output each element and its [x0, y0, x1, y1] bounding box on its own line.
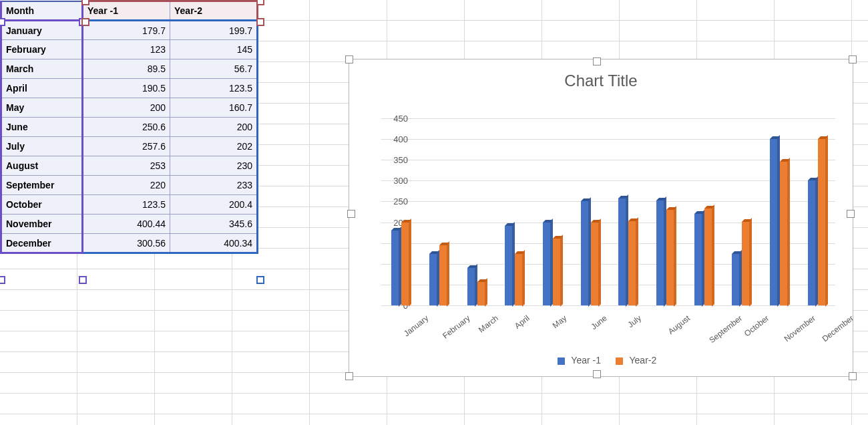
chart-legend[interactable]: Year -1 Year-2: [349, 355, 853, 366]
chart-gridline: [381, 264, 835, 265]
chart-resize-handle[interactable]: [849, 372, 857, 380]
chart-bar-year-2[interactable]: [515, 254, 522, 305]
cell-year2[interactable]: 160.7: [170, 98, 258, 118]
chart-x-tick: August: [666, 313, 692, 336]
table-row[interactable]: July257.6202: [1, 137, 258, 156]
cell-year1[interactable]: 123: [83, 40, 170, 59]
chart-bar-year-1[interactable]: [694, 214, 702, 305]
chart-resize-handle[interactable]: [347, 210, 355, 218]
chart-x-tick: May: [551, 313, 568, 330]
cell-year1[interactable]: 257.6: [83, 137, 170, 156]
chart-resize-handle[interactable]: [345, 55, 353, 63]
chart-bar-year-1[interactable]: [391, 231, 399, 305]
chart-bar-year-1[interactable]: [618, 198, 626, 305]
table-row[interactable]: October123.5200.4: [1, 195, 258, 215]
table-row[interactable]: May200160.7: [1, 98, 258, 118]
chart-resize-handle[interactable]: [345, 372, 353, 380]
header-year1[interactable]: Year -1: [83, 1, 170, 21]
table-row[interactable]: November400.44345.6: [1, 215, 258, 234]
cell-month[interactable]: July: [1, 137, 83, 156]
cell-year1[interactable]: 179.7: [83, 21, 170, 40]
cell-month[interactable]: June: [1, 118, 83, 137]
table-row[interactable]: March89.556.7: [1, 59, 258, 79]
chart-bar-year-1[interactable]: [543, 223, 550, 305]
header-year2[interactable]: Year-2: [170, 1, 258, 21]
cell-year2[interactable]: 345.6: [170, 215, 258, 234]
table-row[interactable]: February123145: [1, 40, 258, 59]
cell-month[interactable]: December: [1, 234, 83, 253]
table-row[interactable]: September220233: [1, 176, 258, 195]
table-row[interactable]: June250.6200: [1, 118, 258, 137]
cell-month[interactable]: March: [1, 59, 83, 79]
cell-year2[interactable]: 145: [170, 40, 258, 59]
cell-year2[interactable]: 202: [170, 137, 258, 156]
chart-bar-year-1[interactable]: [581, 201, 588, 305]
chart-resize-handle[interactable]: [847, 210, 855, 218]
chart-plot-area[interactable]: 050100150200250300350400450JanuaryFebrua…: [381, 118, 835, 305]
chart-object[interactable]: Chart Title 050100150200250300350400450J…: [349, 59, 853, 377]
chart-bar-year-2[interactable]: [439, 245, 447, 305]
cell-month[interactable]: August: [1, 156, 83, 176]
cell-month[interactable]: April: [1, 79, 83, 98]
range-handle: [0, 18, 5, 26]
chart-bar-year-1[interactable]: [505, 226, 512, 305]
cell-year1[interactable]: 190.5: [83, 79, 170, 98]
data-table[interactable]: Month Year -1 Year-2 January179.7199.7Fe…: [0, 0, 258, 254]
cell-month[interactable]: September: [1, 176, 83, 195]
header-month[interactable]: Month: [1, 1, 83, 21]
chart-bar-year-2[interactable]: [666, 210, 674, 305]
chart-bar-year-1[interactable]: [808, 180, 815, 305]
cell-year2[interactable]: 200.4: [170, 195, 258, 215]
cell-year1[interactable]: 250.6: [83, 118, 170, 137]
cell-year1[interactable]: 300.56: [83, 234, 170, 253]
chart-x-tick: July: [626, 313, 643, 329]
chart-bar-year-2[interactable]: [477, 282, 485, 305]
table-row[interactable]: April190.5123.5: [1, 79, 258, 98]
cell-month[interactable]: October: [1, 195, 83, 215]
table-row[interactable]: December300.56400.34: [1, 234, 258, 253]
table-header-row[interactable]: Month Year -1 Year-2: [1, 1, 258, 21]
cell-year2[interactable]: 233: [170, 176, 258, 195]
chart-resize-handle[interactable]: [849, 55, 857, 63]
chart-bar-year-1[interactable]: [656, 200, 664, 305]
chart-title[interactable]: Chart Title: [349, 72, 853, 90]
chart-bar-year-1[interactable]: [467, 268, 475, 305]
cell-year2[interactable]: 56.7: [170, 59, 258, 79]
cell-year2[interactable]: 230: [170, 156, 258, 176]
chart-bar-year-1[interactable]: [429, 254, 437, 305]
chart-y-tick: 250: [381, 196, 408, 206]
cell-year2[interactable]: 123.5: [170, 79, 258, 98]
cell-year2[interactable]: 400.34: [170, 234, 258, 253]
range-handle: [256, 276, 264, 284]
cell-year2[interactable]: 200: [170, 118, 258, 137]
chart-y-tick: 450: [381, 114, 408, 124]
chart-bar-year-2[interactable]: [591, 223, 598, 305]
chart-gridline: [381, 201, 835, 202]
cell-month[interactable]: January: [1, 21, 83, 40]
cell-year1[interactable]: 200: [83, 98, 170, 118]
table-row[interactable]: August253230: [1, 156, 258, 176]
chart-resize-handle[interactable]: [593, 57, 601, 65]
chart-bar-year-2[interactable]: [742, 222, 749, 305]
cell-month[interactable]: November: [1, 215, 83, 234]
chart-bar-year-2[interactable]: [780, 162, 787, 305]
cell-month[interactable]: February: [1, 40, 83, 59]
cell-year2[interactable]: 199.7: [170, 21, 258, 40]
table-row[interactable]: January179.7199.7: [1, 21, 258, 40]
cell-year1[interactable]: 220: [83, 176, 170, 195]
chart-bar-year-2[interactable]: [401, 223, 409, 305]
cell-year1[interactable]: 400.44: [83, 215, 170, 234]
cell-year1[interactable]: 89.5: [83, 59, 170, 79]
chart-x-tick: September: [707, 313, 744, 345]
chart-bar-year-1[interactable]: [732, 254, 739, 305]
cell-year1[interactable]: 253: [83, 156, 170, 176]
cell-month[interactable]: May: [1, 98, 83, 118]
chart-resize-handle[interactable]: [593, 370, 601, 378]
cell-year1[interactable]: 123.5: [83, 195, 170, 215]
chart-x-tick: January: [402, 313, 430, 338]
chart-bar-year-2[interactable]: [628, 221, 636, 305]
chart-bar-year-2[interactable]: [818, 139, 825, 305]
chart-bar-year-2[interactable]: [553, 239, 560, 305]
chart-bar-year-1[interactable]: [770, 139, 777, 305]
chart-bar-year-2[interactable]: [704, 208, 712, 305]
